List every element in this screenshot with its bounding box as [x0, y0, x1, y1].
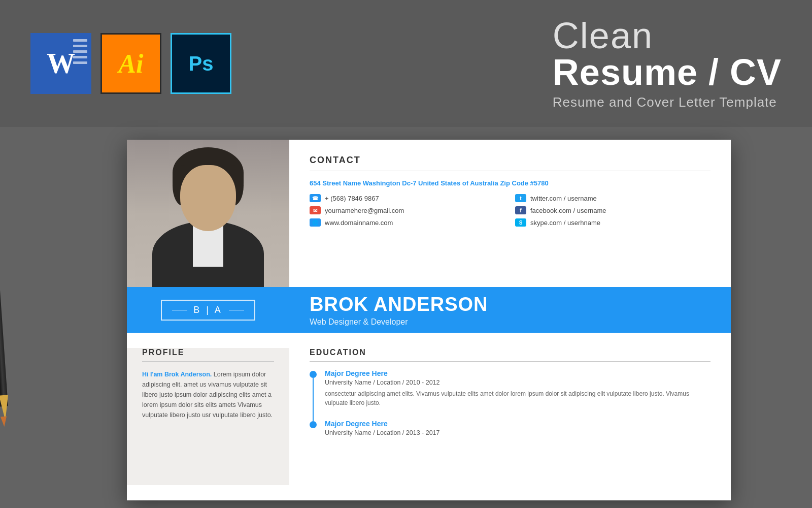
profile-intro-name: Hi I'am Brok Anderson.: [142, 371, 212, 378]
monogram-line-right: [229, 310, 244, 310]
resume-profile-section: PROFILE Hi I'am Brok Anderson. Lorem ips…: [127, 348, 289, 485]
education-content-1: Major Degree Here University Name / Loca…: [325, 369, 710, 407]
photoshop-icon-label: Ps: [189, 52, 214, 75]
illustrator-icon-label: Ai: [118, 49, 143, 79]
education-item-1: Major Degree Here University Name / Loca…: [310, 369, 710, 407]
monogram-text: B | A: [193, 305, 223, 315]
name-banner-left: B | A: [127, 287, 289, 333]
contact-address: 654 Street Name Washington Dc-7 United S…: [310, 179, 710, 187]
contact-email-item: ✉ yournamehere@gmail.com: [310, 206, 505, 214]
contact-phone-item: ☎ + (568) 7846 9867: [310, 194, 505, 202]
contact-phone-value: + (568) 7846 9867: [325, 195, 379, 202]
name-banner-right: BROK ANDERSON Web Designer & Developer: [289, 287, 731, 333]
word-icon-lines: [73, 39, 87, 64]
email-icon: ✉: [310, 206, 321, 214]
education-dot-2: [310, 421, 317, 428]
software-icons: W Ai Ps: [30, 33, 231, 94]
word-icon-letter: W: [47, 49, 75, 78]
profile-intro-body: Lorem ipsum dolor adipiscing elit. amet …: [142, 371, 273, 419]
resume-bottom-section: PROFILE Hi I'am Brok Anderson. Lorem ips…: [127, 333, 731, 500]
resume-photo-area: [127, 140, 289, 287]
education-content-2: Major Degree Here University Name / Loca…: [325, 420, 440, 439]
facebook-icon: f: [515, 206, 526, 214]
contact-skype-value: skype.com / userhname: [530, 219, 600, 227]
word-line-3: [73, 50, 87, 53]
education-degree-2: Major Degree Here: [325, 420, 440, 428]
contact-website-item: 🌐 www.domainname.com: [310, 218, 505, 227]
contact-facebook-value: facebook.com / username: [530, 207, 606, 214]
resume-contact-section: CONTACT 654 Street Name Washington Dc-7 …: [289, 140, 731, 287]
word-line-5: [73, 61, 87, 64]
name-banner: B | A BROK ANDERSON Web Designer & Devel…: [127, 287, 731, 333]
phone-icon: ☎: [310, 194, 321, 202]
header-resume-label: Resume / CV: [553, 54, 782, 90]
contact-twitter-value: twitter.com / username: [530, 195, 597, 202]
contact-section-title: CONTACT: [310, 155, 710, 171]
resume-education-section: EDUCATION Major Degree Here University N…: [289, 348, 731, 485]
contact-facebook-item: f facebook.com / username: [515, 206, 710, 214]
person-job-title: Web Designer & Developer: [310, 318, 731, 327]
header-subtitle-label: Resume and Cover Letter Template: [553, 94, 782, 110]
web-icon: 🌐: [310, 218, 321, 227]
contact-email-value: yournamehere@gmail.com: [325, 207, 404, 214]
contact-skype-item: S skype.com / userhname: [515, 218, 710, 227]
education-dot-1: [310, 371, 317, 378]
photoshop-icon: Ps: [171, 33, 231, 94]
profile-section-title: PROFILE: [142, 348, 274, 362]
word-line-2: [73, 45, 87, 47]
header-area: W Ai Ps Clean Resume / CV Resume and Cov…: [0, 0, 812, 127]
monogram-line-left: [172, 310, 187, 310]
twitter-icon: t: [515, 194, 526, 202]
contact-twitter-item: t twitter.com / username: [515, 194, 710, 202]
person-name: BROK ANDERSON: [310, 294, 731, 315]
profile-intro-text: Hi I'am Brok Anderson. Lorem ipsum dolor…: [142, 369, 274, 420]
contact-website-value: www.domainname.com: [325, 219, 393, 227]
illustrator-icon: Ai: [100, 33, 161, 94]
education-item-2: Major Degree Here University Name / Loca…: [310, 420, 710, 439]
resume-top-section: CONTACT 654 Street Name Washington Dc-7 …: [127, 140, 731, 287]
education-line-1: [313, 378, 314, 421]
education-degree-1: Major Degree Here: [325, 369, 710, 377]
education-university-1: University Name / Location / 2010 - 2012: [325, 379, 710, 386]
skype-icon: S: [515, 218, 526, 227]
resume-card: CONTACT 654 Street Name Washington Dc-7 …: [127, 140, 731, 500]
word-line-4: [73, 56, 87, 58]
contact-grid: ☎ + (568) 7846 9867 t twitter.com / user…: [310, 194, 710, 227]
header-text: Clean Resume / CV Resume and Cover Lette…: [553, 17, 782, 110]
education-section-title: EDUCATION: [310, 348, 710, 362]
word-line-1: [73, 39, 87, 42]
education-university-2: University Name / Location / 2013 - 2017: [325, 429, 440, 436]
pencil-decoration: [0, 112, 15, 457]
education-description-1: consectetur adipiscing amet elits. Vivam…: [325, 389, 710, 407]
monogram-box: B | A: [161, 300, 255, 321]
word-icon: W: [30, 33, 91, 94]
header-clean-label: Clean: [553, 17, 782, 54]
